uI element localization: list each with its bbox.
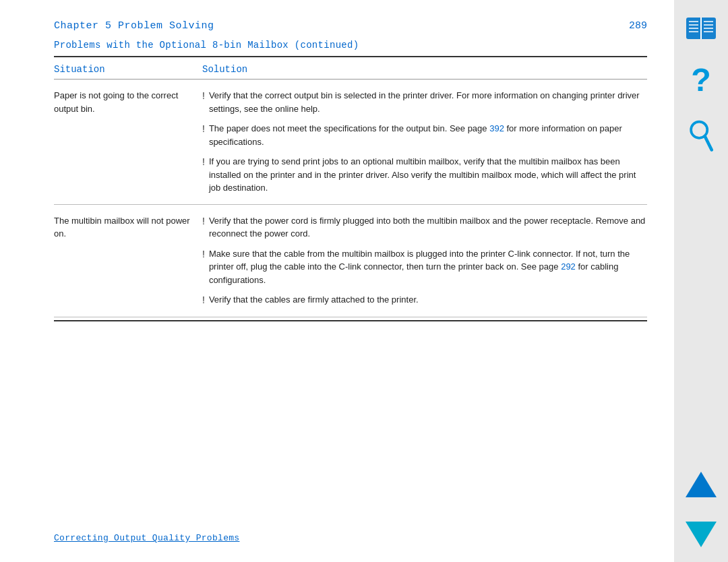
search-icon[interactable]	[687, 119, 715, 154]
up-arrow-icon[interactable]	[684, 469, 718, 499]
bullet-item: ! Make sure that the cable from the mult…	[202, 247, 647, 287]
down-arrow-icon[interactable]	[684, 519, 718, 549]
chapter-title: Chapter 5 Problem Solving	[54, 20, 214, 32]
bullet-item: ! Verify that the correct output bin is …	[202, 89, 647, 115]
footer-link[interactable]: Correcting Output Quality Problems	[54, 533, 239, 543]
bullet-mark: !	[202, 155, 205, 169]
bullet-text: Make sure that the cable from the multib…	[209, 247, 647, 287]
bullet-item: ! Verify that the cables are firmly atta…	[202, 293, 647, 307]
question-icon[interactable]: ?	[686, 63, 716, 98]
page-container: Chapter 5 Problem Solving 289 Problems w…	[0, 0, 728, 562]
svg-marker-14	[686, 522, 717, 547]
link-292[interactable]: 292	[561, 261, 576, 272]
table-body: Paper is not going to the correct output…	[54, 80, 647, 317]
situation-cell-2: The multibin mailbox will not power on.	[54, 214, 202, 241]
situation-cell-1: Paper is not going to the correct output…	[54, 89, 202, 115]
header-row: Chapter 5 Problem Solving 289	[54, 20, 647, 32]
col-situation-header: Situation	[54, 64, 202, 75]
svg-text:?: ?	[691, 63, 710, 98]
page-number: 289	[629, 20, 647, 32]
solution-cell-2: ! Verify that the power cord is firmly p…	[202, 214, 647, 308]
link-392[interactable]: 392	[489, 123, 504, 133]
book-icon[interactable]	[684, 13, 719, 43]
bullet-item: ! If you are trying to send print jobs t…	[202, 155, 647, 195]
table-header: Situation Solution	[54, 60, 647, 80]
bullet-text: Verify that the correct output bin is se…	[209, 89, 647, 115]
col-solution-header: Solution	[202, 64, 647, 75]
bullet-mark: !	[202, 122, 205, 136]
solution-cell-1: ! Verify that the correct output bin is …	[202, 89, 647, 195]
bullet-item: ! Verify that the power cord is firmly p…	[202, 214, 647, 241]
bullet-text: Verify that the cables are firmly attach…	[209, 293, 647, 307]
section-title: Problems with the Optional 8-bin Mailbox…	[54, 40, 647, 51]
bullet-text: If you are trying to send print jobs to …	[209, 155, 647, 195]
bullet-mark: !	[202, 214, 205, 228]
bullet-text: The paper does not meet the specificatio…	[209, 122, 647, 148]
divider-bottom	[54, 320, 647, 321]
bullet-mark: !	[202, 247, 205, 261]
table-row: The multibin mailbox will not power on. …	[54, 205, 647, 318]
sidebar: ?	[674, 0, 728, 562]
main-content: Chapter 5 Problem Solving 289 Problems w…	[0, 0, 674, 562]
bullet-mark: !	[202, 293, 205, 307]
svg-marker-13	[686, 472, 717, 497]
divider-thick	[54, 56, 647, 57]
bullet-mark: !	[202, 89, 205, 103]
svg-line-12	[705, 136, 712, 150]
bullet-item: ! The paper does not meet the specificat…	[202, 122, 647, 148]
bullet-text: Verify that the power cord is firmly plu…	[209, 214, 647, 241]
table-row: Paper is not going to the correct output…	[54, 80, 647, 205]
